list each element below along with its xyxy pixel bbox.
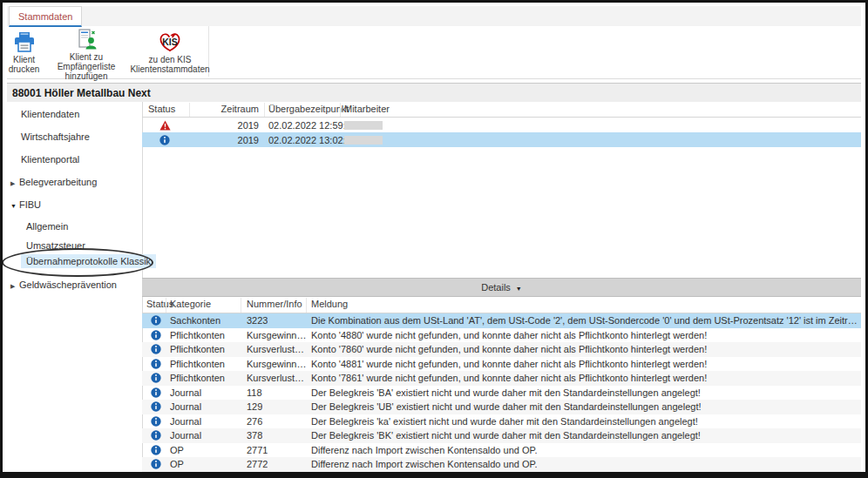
kis-icon-text: KIS bbox=[162, 37, 178, 47]
meldung-value: Die Kombination aus dem USt-Land 'AT', d… bbox=[311, 313, 858, 328]
nummer-value: 378 bbox=[247, 428, 262, 443]
kategorie-value: Pflichtkonten bbox=[170, 357, 225, 372]
sidebar-item-belegverarbeitung[interactable]: Belegverarbeitung bbox=[7, 174, 146, 190]
sidebar-item-geldwaeschepraevention[interactable]: Geldwäscheprävention bbox=[7, 277, 146, 293]
kategorie-value: OP bbox=[170, 443, 184, 458]
nummer-value: 2772 bbox=[247, 457, 268, 472]
message-row-selected[interactable]: Sachkonten 3223 Die Kombination aus dem … bbox=[142, 313, 861, 328]
message-row[interactable]: OP 2771 Differenz nach Import zwischen K… bbox=[142, 443, 861, 458]
kis-client-master-data-button[interactable]: KIS zu den KIS Klientenstammdaten bbox=[132, 26, 209, 77]
button-label-line1: Klient bbox=[13, 55, 35, 64]
kategorie-value: Journal bbox=[170, 400, 201, 414]
sidebar-item-klientendaten[interactable]: Klientendaten bbox=[7, 106, 156, 122]
kategorie-value: Journal bbox=[170, 414, 201, 429]
sidebar-item-umsatzsteuer[interactable]: Umsatzsteuer bbox=[7, 238, 161, 253]
sidebar-navigation: Klientendaten Wirtschaftsjahre Klientenp… bbox=[7, 102, 143, 472]
nummer-value: 129 bbox=[247, 400, 262, 414]
sidebar-item-klientenportal[interactable]: Klientenportal bbox=[7, 151, 156, 167]
message-row[interactable]: OP 2772 Differenz nach Import zwischen K… bbox=[142, 457, 861, 472]
tab-strip bbox=[7, 6, 861, 26]
message-row[interactable]: Pflichtkonten KursgewinnKre... Konto '48… bbox=[142, 328, 861, 343]
application-window: Stammdaten Klient drucken bbox=[0, 0, 868, 478]
sidebar-item-wirtschaftsjahre[interactable]: Wirtschaftsjahre bbox=[7, 129, 156, 145]
meldung-value: Der Belegkreis 'ka' existiert nicht und … bbox=[311, 414, 698, 429]
button-label-line2: drucken bbox=[9, 64, 40, 74]
selected-item-highlight: Übernahmeprotokolle Klassik bbox=[21, 254, 156, 268]
message-row[interactable]: Pflichtkonten KursgewinnDe... Konto '488… bbox=[142, 357, 861, 372]
nummer-value: KursgewinnDe... bbox=[247, 357, 309, 372]
nummer-value: KursverlustDeb... bbox=[247, 371, 309, 386]
kategorie-value: Journal bbox=[170, 386, 201, 401]
messages-table-header: Status Kategorie Nummer/Info Meldung bbox=[142, 298, 861, 313]
info-icon bbox=[151, 371, 165, 386]
meldung-value: Konto '4880' wurde nicht gefunden, und k… bbox=[311, 328, 707, 343]
details-collapse-bar[interactable]: Details bbox=[142, 278, 861, 297]
info-icon bbox=[159, 132, 170, 147]
info-icon bbox=[151, 414, 165, 429]
mitarbeiter-redacted-value bbox=[344, 121, 383, 130]
info-icon bbox=[151, 400, 165, 414]
recipient-list-icon bbox=[75, 29, 98, 50]
kategorie-value: OP bbox=[170, 457, 184, 472]
info-icon bbox=[151, 328, 165, 343]
column-header-zeitraum[interactable]: Zeitraum bbox=[194, 104, 259, 114]
add-client-to-recipient-list-button[interactable]: Klient zu Empfängerliste hinzufügen bbox=[41, 26, 132, 77]
nummer-value: 118 bbox=[247, 386, 262, 401]
kategorie-value: Pflichtkonten bbox=[170, 371, 225, 386]
meldung-value: Der Belegkreis 'BA' existiert nicht und … bbox=[311, 386, 701, 401]
message-row[interactable]: Journal 378 Der Belegkreis 'BK' existier… bbox=[142, 428, 861, 443]
info-icon bbox=[151, 342, 165, 357]
nummer-value: 2771 bbox=[247, 443, 268, 458]
button-label-line1: Klient zu Empfängerliste bbox=[58, 52, 116, 71]
column-header-mitarbeiter[interactable]: Mitarbeiter bbox=[344, 104, 390, 114]
message-row[interactable]: Journal 118 Der Belegkreis 'BA' existier… bbox=[142, 386, 861, 401]
nummer-value: 3223 bbox=[247, 313, 268, 328]
print-client-button[interactable]: Klient drucken bbox=[7, 26, 42, 77]
kategorie-value: Sachkonten bbox=[170, 313, 220, 328]
meldung-value: Konto '4881' wurde nicht gefunden, und k… bbox=[311, 357, 707, 372]
chevron-right-icon[interactable] bbox=[10, 279, 19, 290]
uebergabezeitpunkt-value: 02.02.2022 13:02:11 bbox=[268, 132, 356, 147]
button-label-line2: Klientenstammdaten bbox=[130, 64, 209, 74]
column-header-status[interactable]: Status bbox=[148, 104, 175, 114]
meldung-value: Der Belegkreis 'BK' existiert nicht und … bbox=[311, 428, 701, 443]
client-title: 88001 Höller Metallbau Next bbox=[12, 87, 151, 99]
meldung-value: Der Belegkreis 'UB' existiert nicht und … bbox=[311, 400, 702, 414]
message-row[interactable]: Pflichtkonten KursverlustDeb... Konto '7… bbox=[142, 371, 861, 386]
nummer-value: 276 bbox=[247, 414, 262, 429]
protocol-table-header: Status Zeitraum Übergabezeitpunkt Mitarb… bbox=[142, 103, 861, 118]
kis-heart-icon: KIS bbox=[156, 29, 184, 53]
sidebar-item-allgemein[interactable]: Allgemein bbox=[7, 219, 161, 234]
message-row[interactable]: Journal 129 Der Belegkreis 'UB' existier… bbox=[142, 400, 861, 414]
protocol-row[interactable]: 2019 02.02.2022 12:59:32 bbox=[142, 118, 861, 132]
button-label-line1: zu den KIS bbox=[149, 55, 192, 64]
column-header-meldung[interactable]: Meldung bbox=[311, 299, 348, 309]
button-label-line2: hinzufügen bbox=[65, 71, 108, 81]
sidebar-item-fibu[interactable]: FIBU bbox=[7, 197, 146, 212]
kategorie-value: Pflichtkonten bbox=[170, 328, 225, 343]
chevron-right-icon[interactable] bbox=[10, 177, 19, 187]
nummer-value: KursverlustKre... bbox=[247, 342, 309, 357]
warning-icon bbox=[159, 118, 171, 132]
tab-label: Stammdaten bbox=[18, 11, 72, 22]
meldung-value: Konto '7861' wurde nicht gefunden, und k… bbox=[311, 371, 707, 386]
sidebar-item-uebernahmeprotokolle-klassik[interactable]: Übernahmeprotokolle Klassik bbox=[7, 253, 156, 269]
info-icon bbox=[151, 428, 165, 443]
message-row[interactable]: Pflichtkonten KursverlustKre... Konto '7… bbox=[142, 342, 861, 357]
info-icon bbox=[151, 457, 165, 472]
zeitraum-value: 2019 bbox=[194, 132, 259, 147]
kategorie-value: Pflichtkonten bbox=[170, 342, 225, 357]
meldung-value: Differenz nach Import zwischen Kontensal… bbox=[311, 457, 537, 472]
column-header-uebergabezeitpunkt[interactable]: Übergabezeitpunkt bbox=[268, 104, 349, 114]
message-row[interactable]: Journal 276 Der Belegkreis 'ka' existier… bbox=[142, 414, 861, 429]
mitarbeiter-redacted-value bbox=[344, 136, 383, 145]
column-header-nummer-info[interactable]: Nummer/Info bbox=[247, 299, 302, 309]
tab-stammdaten[interactable]: Stammdaten bbox=[9, 6, 82, 27]
info-icon bbox=[151, 357, 165, 372]
printer-icon bbox=[13, 29, 36, 53]
column-header-kategorie[interactable]: Kategorie bbox=[170, 299, 211, 309]
chevron-down-icon[interactable] bbox=[10, 199, 19, 210]
messages-table-body: Sachkonten 3223 Die Kombination aus dem … bbox=[142, 313, 861, 472]
info-icon bbox=[151, 443, 165, 458]
protocol-row-selected[interactable]: 2019 02.02.2022 13:02:11 bbox=[142, 132, 861, 147]
